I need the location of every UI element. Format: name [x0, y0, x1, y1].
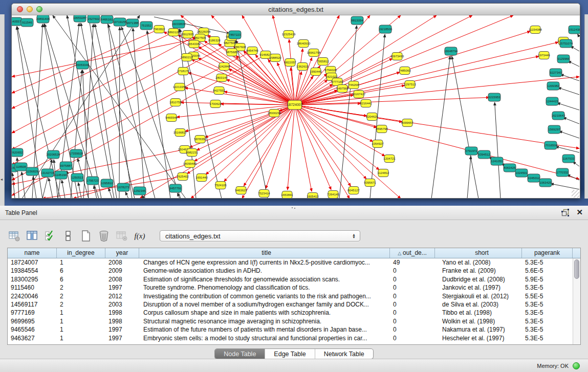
node-19218506[interactable]: 19218506 — [379, 25, 393, 33]
new-table-icon[interactable] — [80, 230, 92, 242]
selected-node-6497568[interactable]: 6497568 — [336, 85, 349, 93]
selected-node-10973493[interactable]: 10973493 — [390, 53, 404, 60]
node-9245012[interactable]: 9245012 — [528, 174, 540, 182]
selected-node-12213359[interactable]: 12213359 — [173, 83, 187, 91]
table-row[interactable]: 969969511998Structural magnetic resonanc… — [8, 317, 580, 325]
selected-node-746268[interactable]: 746268 — [349, 81, 359, 89]
column-header-pagerank[interactable]: pagerank — [522, 248, 573, 258]
selected-node-3216441[interactable]: 3216441 — [360, 100, 372, 107]
network-canvas[interactable]: 1872400779638228860128891293528226058982… — [12, 15, 580, 198]
node-140557[interactable]: 140557 — [12, 17, 22, 26]
table-select-dropdown[interactable]: citations_edges.txt ▲▼ — [160, 230, 360, 242]
float-panel-icon[interactable] — [561, 209, 569, 216]
selected-node-1810755[interactable]: 1810755 — [169, 99, 182, 106]
node-1292346[interactable]: 1292346 — [134, 187, 146, 195]
selected-node-1700622[interactable]: 1700622 — [209, 100, 222, 108]
selected-node-7264145[interactable]: 7264145 — [327, 191, 339, 199]
selected-node-16961758[interactable]: 16961758 — [307, 49, 321, 57]
column-header-in_degree[interactable]: in_degree — [57, 248, 105, 258]
network-window-titlebar[interactable]: citations_edges.txt — [12, 4, 580, 15]
node-9227343[interactable]: 9227343 — [550, 69, 562, 77]
tab-edge-table[interactable]: Edge Table — [265, 349, 314, 359]
node-20053346[interactable]: 20053346 — [76, 61, 90, 69]
node-16648794[interactable]: 16648794 — [444, 47, 458, 55]
selected-node-16543382[interactable]: 16543382 — [187, 40, 201, 48]
node-1512438[interactable]: 1512438 — [569, 26, 580, 34]
selected-node-8186328[interactable]: 8186328 — [208, 37, 221, 45]
table-row[interactable]: 1830029562008Estimation of significance … — [8, 275, 580, 283]
select-columns-icon[interactable] — [44, 230, 56, 242]
selected-node-1973449[interactable]: 1973449 — [538, 52, 550, 59]
column-header-out_de[interactable]: △out_de... — [390, 248, 435, 258]
node-8813054[interactable]: 8813054 — [351, 16, 363, 25]
selected-node-1588520[interactable]: 1588520 — [269, 54, 281, 62]
node-20206526[interactable]: 20206526 — [47, 150, 60, 159]
selected-node-1297513[interactable]: 1297513 — [404, 81, 416, 89]
citation-network-graph[interactable]: 1872400779638228860128891293528226058982… — [12, 15, 580, 198]
selected-node-2803144[interactable]: 2803144 — [215, 74, 228, 82]
selected-node-6822057[interactable]: 6822057 — [284, 59, 296, 67]
table-row[interactable]: 946362711997Embryonic stem cells: a mode… — [8, 334, 580, 342]
selected-node-1605413[interactable]: 1605413 — [307, 193, 319, 199]
column-header-short[interactable]: short — [435, 248, 522, 258]
column-header-title[interactable]: title — [139, 248, 390, 258]
window-resize-grip[interactable] — [572, 190, 579, 198]
selected-node-18640910[interactable]: 18640910 — [297, 40, 311, 48]
collapse-left-icon[interactable]: ◂ — [1, 177, 3, 182]
node-1063425[interactable]: 1063425 — [539, 179, 552, 187]
selected-node-1204721[interactable]: 1204721 — [383, 155, 396, 163]
selected-node-9982231[interactable]: 9982231 — [186, 149, 198, 157]
node-9129966[interactable]: 9129966 — [557, 55, 570, 63]
node-1145194[interactable]: 1145194 — [55, 171, 67, 179]
node-1209382[interactable]: 1209382 — [547, 82, 559, 90]
node-7857223[interactable]: 7857223 — [229, 31, 241, 39]
selected-node-8045127[interactable]: 8045127 — [347, 187, 360, 194]
node-1795723[interactable]: 1795723 — [86, 177, 99, 185]
tab-network-table[interactable]: Network Table — [315, 349, 373, 359]
selected-node-9465546[interactable]: 9465546 — [165, 114, 178, 122]
node-6791972[interactable]: 6791972 — [465, 147, 477, 155]
node-2620652[interactable]: 2620652 — [12, 148, 23, 157]
node-9457791[interactable]: 9457791 — [169, 184, 182, 192]
selected-node-8860128[interactable]: 8860128 — [167, 29, 180, 36]
node-3215953[interactable]: 3215953 — [488, 93, 500, 101]
selected-node-9395671[interactable]: 9395671 — [364, 179, 376, 187]
node-911546[interactable]: 911546 — [21, 18, 33, 27]
table-row[interactable]: 946554611997Estimation of the future num… — [8, 325, 580, 334]
node-1024501[interactable]: 1024501 — [515, 169, 528, 177]
selected-node-2718176[interactable]: 2718176 — [177, 68, 189, 75]
selected-node-14099489[interactable]: 14099489 — [183, 160, 197, 168]
show-columns-icon[interactable] — [26, 230, 38, 242]
selected-node-1124812[interactable]: 1124812 — [378, 169, 390, 177]
selected-node-1054927[interactable]: 1054927 — [372, 140, 384, 148]
node-118508[interactable]: 118508 — [15, 163, 27, 171]
node-1527602[interactable]: 1527602 — [88, 15, 100, 23]
row-height-icon[interactable] — [62, 230, 74, 242]
panel-divider-grip[interactable] — [291, 207, 297, 209]
node-17359928[interactable]: 17359928 — [70, 149, 83, 158]
node-6466161[interactable]: 6466161 — [101, 15, 113, 24]
node-1241051[interactable]: 1241051 — [491, 157, 503, 165]
delete-table-icon[interactable] — [98, 230, 110, 242]
node-15751074[interactable]: 15751074 — [559, 39, 573, 48]
node-1244415[interactable]: 1244415 — [546, 97, 558, 105]
left-splitter[interactable]: ◂ — [0, 14, 5, 206]
selected-node-15166827[interactable]: 15166827 — [173, 129, 187, 137]
selected-node-9242848[interactable]: 9242848 — [218, 63, 230, 71]
table-row[interactable]: 1872400712008Changes of HCN gene express… — [8, 258, 580, 267]
selected-node-7524105[interactable]: 7524105 — [214, 182, 227, 189]
selected-node-2204620[interactable]: 2204620 — [366, 113, 378, 121]
table-row[interactable]: 977716911998Corpus callosum shape and si… — [8, 309, 580, 317]
node-8063425[interactable]: 8063425 — [504, 164, 516, 172]
node-751552[interactable]: 751552 — [140, 21, 153, 30]
selected-node-12325419[interactable]: 12325419 — [282, 31, 296, 38]
selected-node-18300295[interactable]: 18300295 — [268, 110, 281, 117]
selected-node-1653841[interactable]: 1653841 — [281, 191, 293, 199]
selected-node-1691440[interactable]: 1691440 — [195, 174, 208, 182]
table-row[interactable]: 2242004622012Investigating the contribut… — [8, 292, 580, 300]
node-20891406[interactable]: 20891406 — [36, 15, 50, 23]
memory-ok-icon[interactable] — [573, 362, 580, 369]
table-row[interactable]: 1456911722003Disruption of a novel membe… — [8, 300, 580, 309]
scrollbar-thumb[interactable] — [574, 259, 579, 279]
node-1569297[interactable]: 1569297 — [548, 125, 560, 134]
